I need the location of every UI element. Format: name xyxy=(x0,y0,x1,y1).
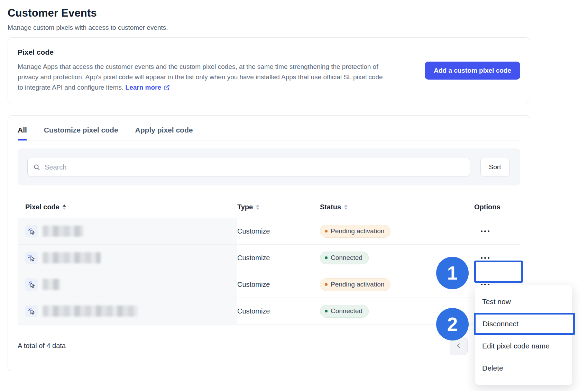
page-subtitle: Manage custom pixels with access to cust… xyxy=(8,24,588,31)
status-dot xyxy=(325,256,328,259)
page-header: Customer Events Manage custom pixels wit… xyxy=(0,0,588,31)
menu-item-disconnect[interactable]: Disconnect xyxy=(474,313,575,335)
column-header-options: Options xyxy=(468,203,520,211)
external-link-icon xyxy=(164,84,170,91)
tab-bar: All Customize pixel code Apply pixel cod… xyxy=(18,116,520,140)
menu-item-delete[interactable]: Delete xyxy=(475,357,572,379)
redacted-pixel-name xyxy=(43,279,60,290)
search-box[interactable] xyxy=(27,158,470,176)
total-count: A total of 4 data xyxy=(18,342,66,350)
pixel-cursor-icon xyxy=(25,305,38,317)
chevron-left-icon xyxy=(455,342,462,349)
pixel-code-card-title: Pixel code xyxy=(18,48,520,56)
sort-icon xyxy=(256,204,259,210)
pixel-cursor-icon xyxy=(25,225,38,237)
pixel-cursor-icon xyxy=(25,252,38,264)
customer-events-page: Customer Events Manage custom pixels wit… xyxy=(0,0,588,391)
sort-icon xyxy=(344,204,348,210)
table-row: Customize Pending activation xyxy=(18,218,520,245)
annotation-box-options xyxy=(474,261,523,283)
pixel-code-card: Pixel code Manage Apps that access the c… xyxy=(8,37,530,103)
status-dot xyxy=(325,283,328,286)
status-dot xyxy=(325,310,328,312)
column-header-pixel-code[interactable]: Pixel code xyxy=(18,203,237,211)
status-badge: Pending activation xyxy=(320,278,391,291)
status-badge: Pending activation xyxy=(320,225,391,238)
tab-all[interactable]: All xyxy=(18,126,27,140)
redacted-pixel-name xyxy=(43,226,83,237)
tab-customize-pixel-code[interactable]: Customize pixel code xyxy=(44,126,118,140)
add-custom-pixel-code-button[interactable]: Add a custom pixel code xyxy=(425,62,520,80)
pixel-cursor-icon xyxy=(25,278,38,291)
active-tab-underline xyxy=(18,139,27,140)
context-menu: Test now Disconnect Edit pixel code name… xyxy=(475,285,572,385)
annotation-step-1: 1 xyxy=(436,257,469,289)
menu-item-test-now[interactable]: Test now xyxy=(475,291,572,313)
status-dot xyxy=(325,230,328,233)
tab-apply-pixel-code[interactable]: Apply pixel code xyxy=(135,126,193,140)
column-header-type[interactable]: Type xyxy=(237,203,320,211)
table-header-row: Pixel code Type Status Options xyxy=(18,196,520,218)
page-title: Customer Events xyxy=(8,7,588,19)
sort-button[interactable]: Sort xyxy=(480,158,509,176)
redacted-pixel-name xyxy=(43,306,138,317)
more-options-button[interactable] xyxy=(479,228,520,235)
type-cell: Customize xyxy=(237,227,320,235)
status-badge: Connected xyxy=(320,305,369,318)
search-icon xyxy=(33,164,40,171)
type-cell: Customize xyxy=(237,281,320,289)
type-cell: Customize xyxy=(237,307,320,315)
annotation-step-2: 2 xyxy=(436,308,469,340)
redacted-pixel-name xyxy=(43,252,101,263)
menu-item-edit-pixel-code-name[interactable]: Edit pixel code name xyxy=(475,335,572,357)
type-cell: Customize xyxy=(237,254,320,262)
search-input[interactable] xyxy=(45,163,464,171)
sort-ascending-icon xyxy=(63,204,66,210)
learn-more-link[interactable]: Learn more xyxy=(126,84,170,91)
pixel-code-card-description: Manage Apps that access the customer eve… xyxy=(18,62,388,93)
search-section: Sort xyxy=(18,148,520,185)
column-header-status[interactable]: Status xyxy=(320,203,468,211)
status-badge: Connected xyxy=(320,252,369,264)
